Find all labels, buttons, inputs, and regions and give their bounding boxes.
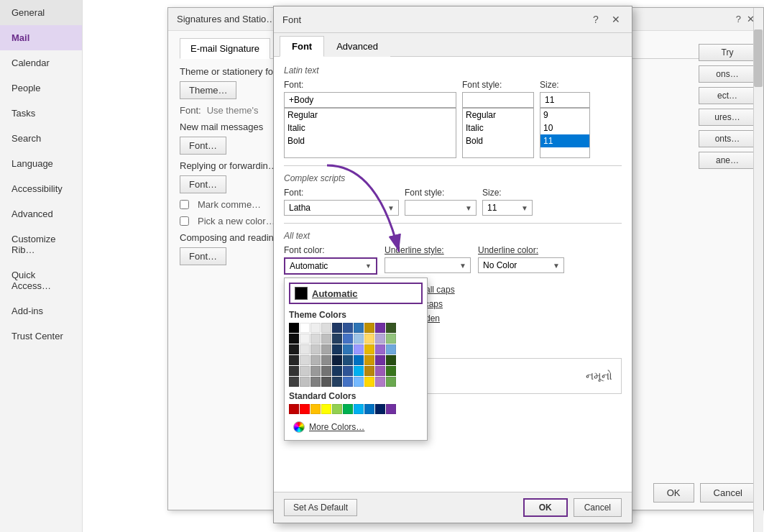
complex-style-select[interactable]	[405, 200, 477, 216]
sidebar-item-trust-center[interactable]: Trust Center	[0, 324, 82, 349]
theme-color-cell-2-3[interactable]	[321, 344, 331, 354]
ures-button[interactable]: ures…	[699, 109, 756, 126]
theme-color-cell-3-2[interactable]	[310, 355, 321, 365]
sidebar-item-mail[interactable]: Mail	[0, 25, 82, 50]
try-button[interactable]: Try	[699, 44, 756, 61]
theme-color-cell-2-7[interactable]	[364, 344, 374, 354]
theme-color-cell-4-5[interactable]	[343, 366, 353, 376]
style-bold[interactable]: Bold	[285, 134, 456, 147]
theme-color-cell-0-3[interactable]	[321, 323, 331, 333]
tab-email-signature[interactable]: E-mail Signature	[180, 38, 270, 59]
theme-color-cell-5-4[interactable]	[332, 377, 342, 387]
standard-color-cell-0-7[interactable]	[364, 404, 374, 414]
theme-color-cell-0-5[interactable]	[343, 323, 353, 333]
theme-color-cell-5-9[interactable]	[386, 377, 396, 387]
theme-button[interactable]: Theme…	[180, 81, 236, 99]
theme-color-cell-1-2[interactable]	[310, 334, 321, 344]
sidebar-item-general[interactable]: General	[0, 0, 82, 25]
theme-color-cell-5-5[interactable]	[343, 377, 353, 387]
theme-color-cell-0-4[interactable]	[332, 323, 342, 333]
theme-color-cell-0-9[interactable]	[386, 323, 396, 333]
theme-color-cell-5-6[interactable]	[354, 377, 364, 387]
font-style-list[interactable]: Regular Italic Bold	[462, 108, 534, 158]
pick-color-checkbox[interactable]	[180, 216, 189, 226]
theme-color-cell-3-5[interactable]	[343, 355, 353, 365]
theme-color-cell-2-1[interactable]	[300, 344, 310, 354]
underline-style-select[interactable]	[385, 257, 471, 273]
automatic-color-option[interactable]: Automatic	[289, 283, 423, 304]
style-option-bold[interactable]: Bold	[463, 134, 533, 147]
theme-color-cell-4-2[interactable]	[310, 366, 321, 376]
theme-color-cell-2-5[interactable]	[343, 344, 353, 354]
theme-color-cell-2-8[interactable]	[375, 344, 385, 354]
ok-button[interactable]: OK	[523, 498, 568, 517]
size-11[interactable]: 11	[540, 134, 589, 147]
tab-advanced[interactable]: Advanced	[324, 36, 390, 57]
font-size-input[interactable]	[540, 92, 590, 108]
sidebar-item-language[interactable]: Language	[0, 151, 82, 176]
tab-font[interactable]: Font	[280, 36, 324, 57]
font-name-input[interactable]	[284, 92, 456, 108]
style-option-regular[interactable]: Regular	[463, 109, 533, 121]
style-regular[interactable]: Regular	[285, 109, 456, 121]
theme-color-cell-2-4[interactable]	[332, 344, 342, 354]
theme-color-cell-1-4[interactable]	[332, 334, 342, 344]
font-name-list[interactable]: Regular Italic Bold	[284, 108, 456, 158]
scrollbar[interactable]	[753, 8, 763, 532]
underline-color-select[interactable]: No Color	[478, 257, 564, 273]
theme-color-cell-1-0[interactable]	[289, 334, 299, 344]
sidebar-item-people[interactable]: People	[0, 75, 82, 101]
cancel-button[interactable]: Cancel	[574, 498, 622, 517]
theme-color-cell-5-1[interactable]	[300, 377, 310, 387]
complex-size-select[interactable]: 11	[482, 200, 533, 216]
theme-color-cell-2-2[interactable]	[310, 344, 321, 354]
theme-color-cell-1-1[interactable]	[300, 334, 310, 344]
standard-color-cell-0-5[interactable]	[343, 404, 353, 414]
ect-button[interactable]: ect…	[699, 87, 756, 104]
theme-color-cell-0-6[interactable]	[354, 323, 364, 333]
ons-button[interactable]: ons…	[699, 65, 756, 83]
theme-color-cell-4-8[interactable]	[375, 366, 385, 376]
standard-color-cell-0-8[interactable]	[375, 404, 385, 414]
theme-color-cell-4-4[interactable]	[332, 366, 342, 376]
theme-color-cell-1-9[interactable]	[386, 334, 396, 344]
theme-color-cell-5-3[interactable]	[321, 377, 331, 387]
theme-color-cell-2-9[interactable]	[386, 344, 396, 354]
theme-color-cell-4-3[interactable]	[321, 366, 331, 376]
theme-color-cell-3-6[interactable]	[354, 355, 364, 365]
font-dialog-help-button[interactable]: ?	[589, 12, 603, 27]
standard-color-cell-0-1[interactable]	[300, 404, 310, 414]
theme-color-cell-1-8[interactable]	[375, 334, 385, 344]
sidebar-item-tasks[interactable]: Tasks	[0, 101, 82, 126]
sidebar-item-quick-access[interactable]: Quick Access…	[0, 262, 82, 298]
standard-color-cell-0-6[interactable]	[354, 404, 364, 414]
theme-color-cell-5-2[interactable]	[310, 377, 321, 387]
complex-font-select[interactable]: Latha	[284, 200, 399, 216]
sidebar-item-accessibility[interactable]: Accessibility	[0, 176, 82, 201]
compose-font-button[interactable]: Font…	[180, 247, 226, 265]
theme-color-cell-2-0[interactable]	[289, 344, 299, 354]
theme-color-cell-5-8[interactable]	[375, 377, 385, 387]
theme-color-cell-1-5[interactable]	[343, 334, 353, 344]
outer-cancel-button[interactable]: Cancel	[700, 483, 756, 503]
font-color-dropdown-button[interactable]: Automatic ▼	[284, 257, 377, 275]
theme-color-cell-5-0[interactable]	[289, 377, 299, 387]
standard-color-cell-0-4[interactable]	[332, 404, 342, 414]
style-italic[interactable]: Italic	[285, 121, 456, 134]
size-9[interactable]: 9	[540, 109, 589, 121]
new-mail-font-button[interactable]: Font…	[180, 137, 226, 155]
sidebar-item-customize-ribbon[interactable]: Customize Rib…	[0, 226, 82, 262]
set-default-button[interactable]: Set As Default	[284, 499, 357, 516]
fonts-button[interactable]: onts…	[699, 130, 756, 147]
theme-color-cell-0-8[interactable]	[375, 323, 385, 333]
theme-color-cell-0-7[interactable]	[364, 323, 374, 333]
theme-color-cell-5-7[interactable]	[364, 377, 374, 387]
theme-color-cell-4-9[interactable]	[386, 366, 396, 376]
font-style-input[interactable]	[462, 92, 534, 108]
size-10[interactable]: 10	[540, 121, 589, 134]
theme-color-cell-0-0[interactable]	[289, 323, 299, 333]
theme-color-cell-3-0[interactable]	[289, 355, 299, 365]
theme-color-cell-1-7[interactable]	[364, 334, 374, 344]
theme-color-cell-3-9[interactable]	[386, 355, 396, 365]
signatures-help-icon[interactable]: ?	[736, 14, 741, 24]
